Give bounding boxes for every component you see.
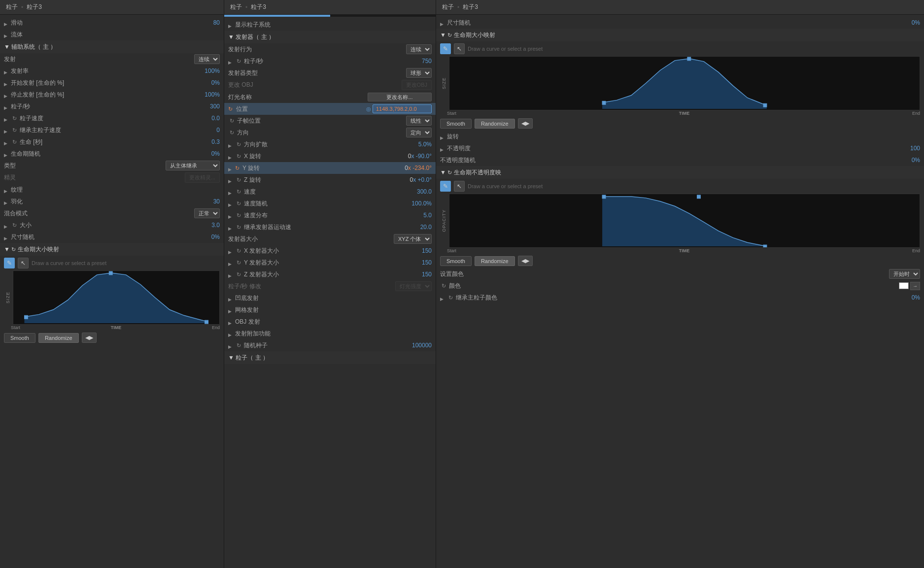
position-cycle-icon: ↻ — [228, 106, 233, 112]
svg-rect-2 — [24, 315, 28, 319]
left-randomize-btn[interactable]: Randomize — [38, 333, 79, 343]
stop-emit-toggle[interactable] — [4, 92, 9, 97]
life-toggle[interactable] — [4, 139, 9, 144]
y-rot-toggle[interactable] — [228, 166, 233, 170]
right-size-smooth-btn[interactable]: Smooth — [440, 119, 472, 129]
blend-mode-label: 混合模式 — [4, 209, 28, 218]
left-curve-cursor-btn[interactable]: ↖ — [18, 258, 29, 268]
set-color-dropdown[interactable]: 开始时 — [889, 269, 920, 279]
inherit-color-toggle[interactable] — [440, 295, 445, 300]
row-speed: 速度 300.0 — [224, 186, 436, 198]
right-size-draw-btn[interactable]: ✎ — [440, 43, 451, 54]
z-rot-label: Z 旋转 — [244, 176, 261, 184]
show-particles-toggle[interactable] — [228, 22, 233, 27]
speed-dist-toggle[interactable] — [228, 213, 233, 218]
row-x-emitter-size: X 发射器大小 150 — [224, 245, 436, 257]
random-seed-toggle[interactable] — [228, 343, 233, 348]
type-label: 类型 — [4, 162, 16, 170]
right-opacity-curve-container[interactable] — [449, 194, 920, 248]
color-label: 颜色 — [449, 282, 461, 290]
mid-particles-toggle[interactable] — [228, 59, 233, 64]
left-arrows-btn[interactable]: ◀▶ — [82, 333, 97, 343]
obj-emit-toggle[interactable] — [228, 319, 233, 324]
life-random-label: 生命期随机 — [11, 150, 40, 158]
row-emit-behavior: 发射行为 连续 — [224, 43, 436, 55]
right-opacity-random-value: 0% — [890, 157, 920, 164]
dir-spread-toggle[interactable] — [228, 142, 233, 147]
subframe-dropdown[interactable]: 线性 — [406, 116, 432, 126]
life-random-toggle[interactable] — [4, 151, 9, 156]
emit-extra-toggle[interactable] — [228, 331, 233, 336]
right-opacity-curve-wrapper: OPACITY — [436, 194, 924, 248]
mid-particles-value: 750 — [402, 58, 432, 65]
left-curve-wrapper: SIZE — [0, 270, 224, 325]
size-toggle[interactable] — [4, 223, 9, 228]
x-rot-toggle[interactable] — [228, 154, 233, 159]
left-curve-draw-btn[interactable]: ✎ — [4, 258, 15, 268]
left-smooth-row: Smooth Randomize ◀▶ — [0, 331, 224, 345]
speed-label: 速度 — [244, 188, 256, 196]
fluid-toggle[interactable] — [4, 32, 9, 37]
speed-toggle[interactable] — [228, 189, 233, 194]
size-label: 大小 — [20, 221, 32, 230]
particles-sec-toggle[interactable] — [4, 104, 9, 109]
y-emitter-toggle[interactable] — [228, 260, 233, 265]
feather-toggle[interactable] — [4, 199, 9, 204]
size-random-toggle[interactable] — [4, 234, 9, 239]
type-dropdown[interactable]: 从主体继承 — [166, 161, 220, 170]
left-panel-subtitle: 粒子3 — [27, 3, 42, 11]
emit-dropdown[interactable]: 连续 — [194, 54, 220, 64]
row-emit-extra: 发射附加功能 — [224, 328, 436, 339]
y-emitter-label: Y 发射器大小 — [244, 259, 279, 267]
left-smooth-btn[interactable]: Smooth — [4, 333, 35, 343]
row-size-random: 尺寸随机 0% — [0, 231, 224, 243]
blend-mode-dropdown[interactable]: 正常 — [194, 208, 220, 218]
grid-emit-label: 网格发射 — [235, 306, 259, 314]
particle-speed-toggle[interactable] — [4, 116, 9, 121]
emitter-size-dropdown[interactable]: XYZ 个体 — [394, 234, 432, 244]
right-opacity-toggle[interactable] — [440, 146, 445, 151]
emitter-type-dropdown[interactable]: 球形 — [406, 68, 432, 78]
right-opacity-smooth-btn[interactable]: Smooth — [440, 256, 472, 266]
left-curve-container[interactable] — [13, 270, 220, 325]
bottom-emit-toggle[interactable] — [228, 296, 233, 301]
right-size-arrows-btn[interactable]: ◀▶ — [518, 118, 533, 129]
light-name-input[interactable] — [368, 93, 432, 101]
stop-emit-label: 停止发射 [生命的 %] — [11, 91, 64, 99]
speed-random-value: 100.0% — [402, 200, 432, 207]
z-rot-toggle[interactable] — [228, 177, 233, 182]
texture-toggle[interactable] — [4, 187, 9, 192]
x-emitter-toggle[interactable] — [228, 248, 233, 253]
position-input[interactable] — [373, 104, 432, 113]
direction-dropdown[interactable]: 定向 — [406, 128, 432, 137]
right-size-cursor-btn[interactable]: ↖ — [454, 43, 465, 54]
grid-emit-toggle[interactable] — [228, 307, 233, 312]
speed-random-toggle[interactable] — [228, 201, 233, 206]
right-size-curve-container[interactable] — [449, 56, 920, 110]
right-opacity-arrows-btn[interactable]: ◀▶ — [518, 256, 533, 266]
color-arrow-btn[interactable]: → — [910, 282, 920, 290]
right-size-curve-wrapper: SIZE — [436, 56, 924, 110]
right-opacity-draw-btn[interactable]: ✎ — [440, 181, 451, 192]
right-opacity-cursor-btn[interactable]: ↖ — [454, 181, 465, 192]
color-swatch[interactable] — [899, 282, 909, 289]
inherit-emitter-toggle[interactable] — [228, 225, 233, 230]
right-size-randomize-btn[interactable]: Randomize — [475, 119, 515, 129]
sprite-change-btn[interactable]: 更改精灵... — [185, 172, 220, 183]
emit-rate-toggle[interactable] — [4, 68, 9, 73]
inherit-speed-toggle[interactable] — [4, 128, 9, 133]
right-rotation-toggle[interactable] — [440, 134, 445, 139]
y-emitter-value: 150 — [402, 259, 432, 266]
feather-label: 羽化 — [11, 198, 23, 206]
row-x-rotation: X 旋转 0x -90.0° — [224, 150, 436, 162]
z-emitter-toggle[interactable] — [228, 272, 233, 277]
sliding-toggle[interactable] — [4, 20, 9, 25]
left-curve-preset-text: Draw a curve or select a preset — [32, 260, 220, 266]
row-grid-emit: 网格发射 — [224, 304, 436, 316]
emit-behavior-dropdown[interactable]: 连续 — [406, 44, 432, 54]
start-emit-toggle[interactable] — [4, 80, 9, 85]
right-opacity-randomize-btn[interactable]: Randomize — [475, 256, 515, 266]
row-speed-dist: 速度分布 5.0 — [224, 209, 436, 221]
right-opacity-preset-text: Draw a curve or select a preset — [468, 183, 920, 189]
right-size-random-toggle[interactable] — [440, 20, 445, 25]
